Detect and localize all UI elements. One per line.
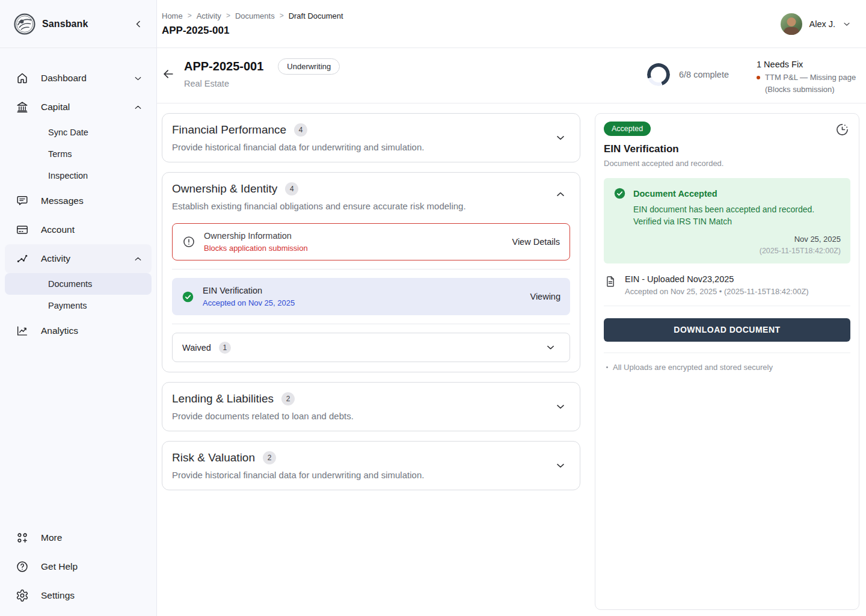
accepted-status-badge: Accepted	[604, 122, 651, 136]
sidebar-subitem-terms[interactable]: Terms	[5, 143, 152, 165]
credit-card-icon	[16, 223, 29, 236]
document-item-status: Accepted on Nov 25, 2025	[203, 298, 521, 307]
section-lending-liabilities: Lending & Liabilities 2 Provide document…	[162, 382, 580, 431]
blocking-item-subtitle: Blocks application submission	[204, 244, 503, 253]
chevron-down-icon[interactable]	[551, 457, 570, 474]
document-detail-panel: Accepted EIN Verification Document accep…	[595, 113, 859, 610]
result-timestamp: (2025-11-15T18:42:00Z)	[613, 247, 841, 255]
sidebar-collapse-button[interactable]	[130, 16, 147, 32]
check-circle-icon	[182, 291, 194, 303]
user-name: Alex J.	[809, 19, 835, 29]
chevron-left-icon	[132, 18, 144, 30]
needs-fix-item: TTM P&L — Missing page	[765, 73, 856, 82]
chevron-down-icon[interactable]	[551, 129, 570, 146]
status-pill: Underwriting	[278, 58, 340, 75]
sidebar-subitem-sync-date[interactable]: Sync Date	[5, 122, 152, 143]
activity-icon	[16, 252, 29, 265]
section-description: Establish existing financial obligations…	[172, 201, 551, 211]
sidebar: Sansbank Dashboard	[0, 0, 157, 616]
check-circle-icon	[613, 187, 626, 200]
breadcrumb-separator: >	[188, 11, 192, 20]
document-item-ein-verification[interactable]: EIN Verification Accepted on Nov 25, 202…	[172, 278, 570, 315]
sidebar-item-dashboard[interactable]: Dashboard	[5, 64, 152, 93]
waived-label: Waived	[182, 343, 211, 353]
sidebar-item-more[interactable]: More	[5, 523, 152, 552]
divider	[172, 269, 570, 270]
needs-fix-summary: 1 Needs Fix TTM P&L — Missing page (Bloc…	[757, 60, 860, 94]
security-footnote-text: All Uploads are encrypted and stored sec…	[613, 363, 773, 372]
waived-count-badge: 1	[219, 342, 231, 354]
brand: Sansbank	[13, 13, 130, 35]
sidebar-item-messages[interactable]: Messages	[5, 186, 152, 215]
section-header-lending-liabilities[interactable]: Lending & Liabilities 2 Provide document…	[172, 392, 570, 421]
content: Financial Performance 4 Provide historic…	[157, 103, 866, 616]
sidebar-item-label: More	[41, 532, 143, 543]
sidebar-item-account[interactable]: Account	[5, 215, 152, 244]
page-title: APP-2025-001	[162, 25, 343, 37]
chevron-up-icon	[133, 102, 143, 112]
section-count-badge: 4	[294, 123, 307, 137]
sidebar-subitem-documents[interactable]: Documents	[5, 273, 152, 295]
home-icon	[16, 72, 29, 85]
sidebar-subitem-payments[interactable]: Payments	[5, 295, 152, 316]
sidebar-item-label: Analytics	[41, 325, 143, 336]
section-header-risk-valuation[interactable]: Risk & Valuation 2 Provide historical fi…	[172, 451, 570, 480]
breadcrumb-home[interactable]: Home	[162, 11, 183, 20]
document-accepted-box: Document Accepted EIN document has been …	[604, 178, 850, 263]
section-description: Provide documents related to loan and de…	[172, 411, 551, 421]
file-meta: Accepted on Nov 25, 2025 • (2025-11-15T1…	[625, 287, 809, 296]
sections-column: Financial Performance 4 Provide historic…	[162, 113, 580, 616]
sidebar-item-get-help[interactable]: Get Help	[5, 552, 152, 581]
chevron-down-icon	[133, 73, 143, 84]
view-details-link[interactable]: View Details	[512, 237, 560, 247]
needs-fix-note: (Blocks submission)	[757, 85, 860, 94]
needs-fix-title: 1 Needs Fix	[757, 60, 860, 69]
sidebar-item-settings[interactable]: Settings	[5, 581, 152, 610]
application-id: APP-2025-001	[184, 60, 263, 73]
gear-icon	[16, 589, 29, 602]
panel-title: EIN Verification	[604, 143, 850, 155]
result-line-2: Verified via IRS TIN Match	[633, 215, 841, 227]
section-count-badge: 2	[281, 392, 295, 405]
waived-group-toggle[interactable]: Waived 1	[172, 333, 570, 362]
breadcrumb-activity[interactable]: Activity	[197, 11, 221, 20]
section-header-ownership-identity[interactable]: Ownership & Identity 4 Establish existin…	[172, 182, 570, 211]
file-title: EIN - Uploaded Nov23,2025	[625, 274, 809, 284]
sidebar-item-analytics[interactable]: Analytics	[5, 316, 152, 345]
main-area: Home > Activity > Documents > Draft Docu…	[157, 0, 866, 616]
section-financial-performance: Financial Performance 4 Provide historic…	[162, 113, 580, 162]
chevron-down-icon[interactable]	[551, 398, 570, 415]
section-header-financial-performance[interactable]: Financial Performance 4 Provide historic…	[172, 123, 570, 152]
chevron-down-icon[interactable]	[541, 339, 560, 356]
sidebar-item-capital[interactable]: Capital	[5, 93, 152, 122]
sidebar-item-activity[interactable]: Activity	[5, 244, 152, 273]
security-footnote: All Uploads are encrypted and stored sec…	[604, 353, 850, 381]
bullet-dot	[606, 366, 608, 368]
viewing-label: Viewing	[530, 292, 560, 301]
section-ownership-identity: Ownership & Identity 4 Establish existin…	[162, 172, 580, 372]
sidebar-item-label: Settings	[41, 590, 143, 601]
back-button[interactable]	[162, 59, 175, 88]
progress-ring	[647, 63, 670, 86]
uploaded-file-row: EIN - Uploaded Nov23,2025 Accepted on No…	[604, 263, 850, 306]
section-title: Lending & Liabilities	[172, 392, 274, 405]
blocking-item-ownership-information: Ownership Information Blocks application…	[172, 223, 570, 260]
application-header-left: APP-2025-001 Underwriting Real Estate	[162, 58, 340, 88]
breadcrumb-separator: >	[226, 11, 230, 20]
panel-subtitle: Document accepted and recorded.	[604, 159, 850, 168]
section-title: Financial Performance	[172, 123, 286, 137]
user-menu[interactable]: Alex J.	[781, 13, 852, 35]
breadcrumb-documents[interactable]: Documents	[235, 11, 275, 20]
history-clock-icon[interactable]	[834, 122, 850, 138]
progress-label: 6/8 complete	[679, 70, 729, 79]
chevron-up-icon[interactable]	[551, 186, 570, 203]
app-window: Sansbank Dashboard	[0, 0, 866, 616]
sidebar-subitem-inspection[interactable]: Inspection	[5, 165, 152, 186]
section-count-badge: 2	[263, 451, 276, 464]
section-title: Risk & Valuation	[172, 451, 255, 464]
avatar	[781, 13, 802, 35]
breadcrumb-separator: >	[280, 11, 284, 20]
download-document-button[interactable]: DOWNLOAD DOCUMENT	[604, 318, 850, 342]
needs-fix-dot	[757, 76, 760, 79]
help-circle-icon	[16, 560, 29, 573]
